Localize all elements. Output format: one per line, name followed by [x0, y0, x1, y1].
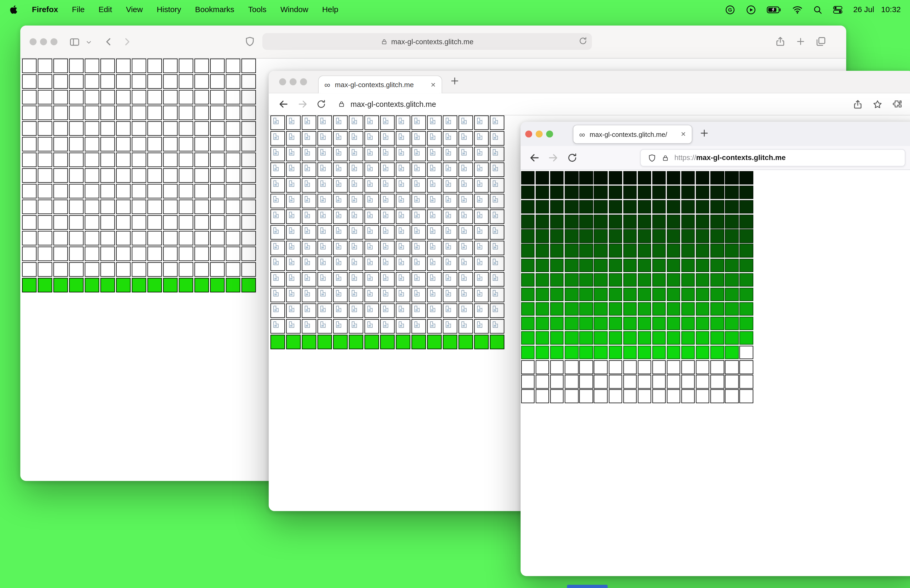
menu-file[interactable]: File [72, 5, 84, 14]
play-status-icon[interactable] [746, 5, 756, 15]
grid-cell [163, 184, 178, 199]
grid-cell [536, 215, 549, 228]
browser-tab[interactable]: ∞ max-gl-contexts.glitch.me ✕ [318, 76, 442, 94]
new-tab-button[interactable] [699, 128, 709, 138]
minimize-button[interactable] [40, 38, 47, 45]
share-icon[interactable] [775, 36, 786, 47]
grid-cell [681, 360, 695, 374]
grid-cell [318, 131, 332, 145]
broken-image-icon [336, 118, 341, 124]
grid-cell [521, 186, 535, 199]
menu-history[interactable]: History [157, 5, 181, 14]
broken-image-icon [273, 196, 279, 202]
grid-cell [623, 375, 637, 388]
grid-cell [270, 147, 285, 162]
close-button[interactable] [29, 38, 36, 45]
app-menu-firefox[interactable]: Firefox [32, 5, 58, 14]
control-center-icon[interactable] [833, 5, 842, 14]
broken-image-icon [367, 243, 373, 250]
close-button[interactable] [525, 131, 532, 137]
forward-icon[interactable] [547, 152, 559, 163]
new-tab-button[interactable] [450, 76, 459, 86]
tab-close-icon[interactable]: ✕ [680, 131, 686, 138]
spotlight-search-icon[interactable] [813, 5, 822, 14]
address-bar[interactable]: max-gl-contexts.glitch.me [262, 33, 592, 50]
back-icon[interactable] [103, 37, 114, 47]
broken-image-icon [477, 275, 482, 281]
reload-icon[interactable] [567, 153, 577, 163]
grid-cell [179, 278, 193, 292]
menu-edit[interactable]: Edit [99, 5, 112, 14]
share-icon[interactable] [853, 99, 863, 110]
menu-window[interactable]: Window [280, 5, 308, 14]
grid-cell [490, 319, 504, 333]
menubar-date[interactable]: 26 Jul [853, 5, 874, 14]
grid-cell [623, 171, 637, 184]
grid-cell [163, 74, 178, 89]
tab-close-icon[interactable]: ✕ [430, 81, 436, 89]
battery-icon[interactable] [767, 5, 782, 14]
new-tab-icon[interactable] [796, 37, 805, 46]
broken-image-icon [446, 290, 451, 296]
grammarly-icon[interactable] [725, 5, 735, 15]
grid-cell [412, 178, 426, 193]
broken-image-icon [477, 259, 482, 265]
address-bar[interactable]: https://max-gl-contexts.glitch.me [640, 149, 905, 166]
broken-image-icon [461, 243, 467, 250]
grid-cell [210, 262, 225, 277]
forward-icon[interactable] [122, 37, 133, 47]
grid-cell [53, 59, 68, 73]
grid-cell [623, 200, 637, 214]
zoom-button[interactable] [546, 131, 553, 137]
broken-image-icon [477, 180, 482, 187]
grid-cell [364, 272, 379, 287]
browser-tab[interactable]: ∞ max-gl-contexts.glitch.me/ ✕ [574, 125, 692, 143]
chevron-down-icon[interactable] [85, 39, 92, 46]
grid-cell [163, 121, 178, 136]
grid-cell [380, 256, 395, 271]
broken-image-icon [273, 118, 279, 124]
grid-cell [565, 288, 578, 301]
grid-cell [380, 162, 395, 177]
grid-cell [652, 186, 666, 199]
wifi-icon[interactable] [792, 5, 803, 14]
minimize-button[interactable] [289, 78, 296, 85]
background-window-sliver[interactable] [567, 585, 608, 588]
forward-icon[interactable] [297, 99, 308, 110]
grid-cell [521, 288, 535, 301]
close-button[interactable] [279, 78, 286, 85]
tab-overview-icon[interactable] [815, 36, 826, 47]
extensions-puzzle-icon[interactable] [892, 99, 903, 110]
grid-cell [100, 105, 115, 120]
grid-cell [210, 247, 225, 261]
bookmark-star-icon[interactable] [872, 99, 883, 110]
grid-cell [667, 331, 680, 345]
broken-image-icon [289, 321, 294, 328]
grid-cell [652, 331, 666, 345]
grid-cell [681, 375, 695, 388]
menu-tools[interactable]: Tools [248, 5, 267, 14]
address-bar[interactable]: max-gl-contexts.glitch.me [338, 100, 436, 108]
zoom-button[interactable] [300, 78, 307, 85]
zoom-button[interactable] [50, 38, 57, 45]
grid-cell [380, 288, 395, 302]
grid-cell [550, 273, 564, 286]
back-icon[interactable] [278, 99, 289, 110]
broken-image-icon [320, 243, 326, 250]
menu-view[interactable]: View [126, 5, 143, 14]
broken-image-icon [273, 259, 279, 265]
menubar-clock[interactable]: 10:32 [881, 5, 900, 14]
grid-cell [163, 278, 178, 292]
back-icon[interactable] [529, 152, 540, 163]
tracking-shield-icon[interactable] [648, 153, 656, 162]
menu-help[interactable]: Help [322, 5, 338, 14]
minimize-button[interactable] [535, 131, 542, 137]
grid-cell [302, 194, 316, 208]
grid-cell [286, 256, 301, 271]
sidebar-toggle-icon[interactable] [69, 37, 80, 48]
reload-icon[interactable] [316, 99, 326, 109]
broken-image-icon [493, 118, 498, 124]
reload-icon[interactable] [579, 37, 587, 47]
apple-menu-icon[interactable] [9, 5, 18, 15]
menu-bookmarks[interactable]: Bookmarks [195, 5, 234, 14]
